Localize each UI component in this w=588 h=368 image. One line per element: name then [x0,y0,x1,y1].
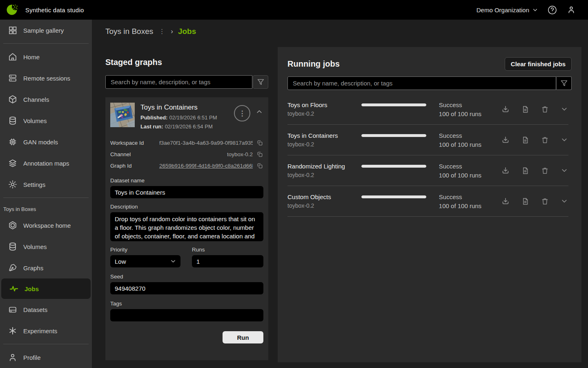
graph-card-menu-button[interactable]: ⋮ [234,105,250,121]
expand-row-icon[interactable] [560,136,568,144]
home-icon [8,52,18,62]
jobs-search-input[interactable] [287,76,556,90]
collapse-card-button[interactable] [256,108,263,130]
staged-graphs-title: Staged graphs [105,58,162,67]
asterisk-icon [8,326,18,336]
job-row: Custom Objects toybox-0.2 Success 100 of… [287,186,568,217]
delete-icon[interactable] [541,136,549,144]
job-runs-count: 100 of 100 runs [439,202,501,209]
graph-id-link[interactable]: 2659b916-999f-4d16-b9f0-c8a261d66b14 [159,163,253,169]
filter-icon[interactable] [253,75,268,89]
breadcrumb-separator: › [171,27,173,36]
job-channel: toybox-0.2 [287,202,361,209]
download-icon[interactable] [501,166,510,175]
delete-icon[interactable] [541,197,549,205]
log-file-icon[interactable] [521,105,529,113]
dataset-name-input[interactable] [110,186,263,198]
sidebar-item-settings[interactable]: Settings [0,174,92,195]
app-title: Synthetic data studio [25,7,84,13]
log-file-icon[interactable] [521,166,529,175]
graph-id-row: Graph Id 2659b916-999f-4d16-b9f0-c8a261d… [110,160,263,171]
filter-icon[interactable] [556,76,572,90]
sidebar-item-annotation-maps[interactable]: Annotation maps [0,153,92,174]
help-icon[interactable] [548,5,557,15]
priority-select[interactable]: Low [110,255,180,267]
workspace-id-value: f3ae70f1-3a4b-4a63-9a99-0f9817a9358d [159,140,253,146]
job-runs-count: 100 of 100 runs [439,141,501,148]
sidebar-item-volumes[interactable]: Volumes [0,110,92,131]
job-progress-bar [361,165,426,168]
sidebar-item-label: Graphs [23,265,43,272]
sidebar-item-datasets[interactable]: Datasets [0,299,92,320]
copy-icon[interactable] [256,139,263,146]
job-status: Success [439,132,501,139]
graph-thumbnail [110,103,135,127]
sidebar-item-label: Channels [23,96,49,103]
graph-last-run: Last run:02/19/2026 6:54 PM [140,123,234,130]
job-progress-bar [361,195,426,198]
job-channel: toybox-0.2 [287,110,361,117]
top-bar: Synthetic data studio Demo Organization [0,0,588,20]
org-name: Demo Organization [477,7,529,13]
seed-input[interactable] [110,282,263,294]
copy-icon[interactable] [256,151,263,158]
description-textarea[interactable] [110,212,263,241]
sidebar-item-graphs[interactable]: Graphs [0,257,92,278]
expand-row-icon[interactable] [560,197,568,205]
download-icon[interactable] [501,197,510,205]
sidebar-item-gan-models[interactable]: GAN models [0,131,92,153]
sidebar-item-label: Experiments [23,328,57,334]
sidebar-item-sample-gallery[interactable]: Sample gallery [0,20,92,41]
chevron-down-icon [532,7,538,13]
run-button[interactable]: Run [223,331,263,343]
sidebar-item-experiments[interactable]: Experiments [0,320,92,341]
job-row: Randomized Lighting toybox-0.2 Success 1… [287,155,568,186]
sidebar-item-home[interactable]: Home [0,46,92,67]
sidebar-divider [3,43,89,44]
sidebar-item-label: Sample gallery [23,27,64,34]
user-icon[interactable] [567,5,576,14]
job-status: Success [439,101,501,108]
job-progress-bar [361,134,426,137]
sidebar-item-remote-sessions[interactable]: Remote sessions [0,67,92,89]
delete-icon[interactable] [541,166,549,175]
download-icon[interactable] [501,136,510,144]
drive-icon [8,305,18,314]
staged-search-input[interactable] [105,75,252,89]
log-file-icon[interactable] [521,136,529,144]
runs-label: Runs [192,247,263,253]
sidebar-item-jobs[interactable]: Jobs [1,278,91,299]
sidebar-item-label: Settings [23,181,45,188]
workspace-id-row: Workspace Id f3ae70f1-3a4b-4a63-9a99-0f9… [110,137,263,148]
app-window: Synthetic data studio Demo Organization … [0,0,588,368]
priority-label: Priority [110,247,180,253]
job-row: Toys on Floors toybox-0.2 Success 100 of… [287,94,568,125]
copy-icon[interactable] [256,162,263,169]
database-icon [8,116,18,126]
log-file-icon[interactable] [521,197,529,205]
dataset-name-label: Dataset name [110,177,263,184]
delete-icon[interactable] [541,105,549,113]
job-name: Toys in Containers [287,132,361,139]
expand-row-icon[interactable] [560,166,568,175]
job-channel: toybox-0.2 [287,172,361,178]
org-selector[interactable]: Demo Organization [477,7,538,13]
breadcrumb-kebab-icon[interactable]: ⋮ [158,28,166,35]
download-icon[interactable] [501,105,510,113]
sidebar-item-workspace-home[interactable]: Workspace home [0,215,92,236]
sidebar-item-label: Remote sessions [23,75,70,82]
channel-value: toybox-0.2 [159,151,253,157]
sidebar-item-profile[interactable]: Profile [0,347,92,368]
runs-input[interactable] [192,255,263,267]
sidebar-item-channels[interactable]: Channels [0,89,92,110]
tags-input[interactable] [110,309,263,321]
graph-published: Published:02/19/2026 6:51 PM [140,114,234,121]
expand-row-icon[interactable] [560,105,568,113]
grid-icon [8,25,18,35]
hexagon-icon [8,220,18,230]
sidebar-item-label: Home [23,54,40,61]
breadcrumb-workspace[interactable]: Toys in Boxes [105,27,153,36]
sidebar-item-workspace-volumes[interactable]: Volumes [0,236,92,257]
clear-finished-jobs-button[interactable]: Clear finished jobs [505,57,572,71]
job-name: Toys on Floors [287,101,361,108]
